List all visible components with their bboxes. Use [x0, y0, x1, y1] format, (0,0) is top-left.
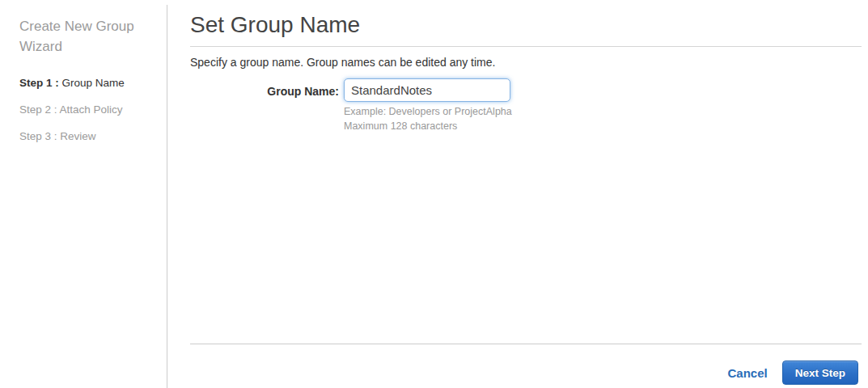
sidebar-divider	[167, 5, 167, 388]
page-title: Set Group Name	[190, 0, 862, 47]
sidebar-step-review[interactable]: Step 3 : Review	[19, 131, 155, 142]
main-panel: Set Group Name Specify a group name. Gro…	[190, 0, 862, 133]
sidebar-step-group-name[interactable]: Step 1 : Group Name	[19, 78, 155, 89]
group-name-input[interactable]	[344, 78, 510, 102]
step-prefix: Step 2 :	[19, 103, 57, 116]
wizard-title: Create New Group Wizard	[19, 16, 157, 57]
footer-divider	[190, 344, 862, 344]
footer-actions: Cancel Next Step	[190, 361, 858, 385]
group-name-example-hint: Example: Developers or ProjectAlpha	[344, 104, 512, 119]
step-prefix: Step 1 :	[19, 77, 59, 89]
step-prefix: Step 3 :	[19, 130, 57, 142]
group-name-label: Group Name:	[190, 78, 339, 133]
sidebar-step-attach-policy[interactable]: Step 2 : Attach Policy	[19, 104, 155, 116]
cancel-link[interactable]: Cancel	[728, 366, 768, 380]
group-name-field-wrap: Example: Developers or ProjectAlpha Maxi…	[344, 78, 512, 133]
wizard-steps: Step 1 : Group Name Step 2 : Attach Poli…	[19, 78, 155, 142]
next-step-button[interactable]: Next Step	[782, 361, 858, 385]
step-label: Review	[60, 130, 95, 142]
group-name-max-hint: Maximum 128 characters	[344, 119, 512, 133]
page-description: Specify a group name. Group names can be…	[190, 56, 862, 69]
step-label: Attach Policy	[60, 103, 123, 116]
group-name-form-row: Group Name: Example: Developers or Proje…	[190, 78, 862, 133]
wizard-sidebar: Create New Group Wizard Step 1 : Group N…	[0, 0, 167, 388]
step-label: Group Name	[62, 77, 125, 89]
